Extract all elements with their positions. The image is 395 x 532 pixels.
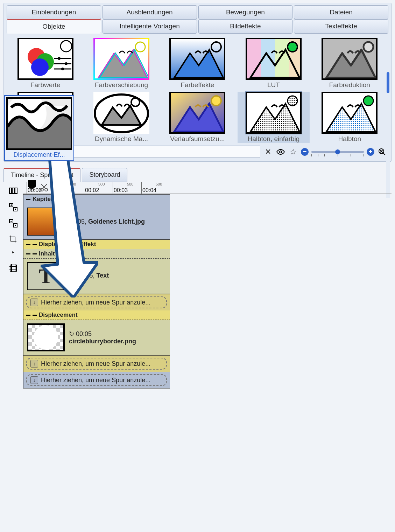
timeline-toolbar: ▸ (3, 182, 23, 388)
tool-markers-icon[interactable] (8, 186, 19, 197)
tab-bewegungen[interactable]: Bewegungen (198, 5, 293, 19)
preview-eye-icon[interactable] (276, 147, 285, 157)
tool-frame-icon[interactable] (8, 262, 19, 274)
effect-verlaufsumsetzung[interactable]: Verlaufsumsetzu... (162, 92, 233, 143)
zoom-slider[interactable] (311, 151, 364, 153)
tool-add-track-icon[interactable] (8, 202, 19, 213)
track-head-displacement[interactable]: Displacement-Effekt (23, 240, 170, 249)
clip-thumb-image (27, 208, 65, 236)
timeline-main: 00:00 50000:01 50000:02 50000:03 50000:0… (23, 182, 392, 388)
drop-zone-2[interactable]: ↓Hierher ziehen, um neue Spur anzule... (23, 355, 170, 372)
arrow-down-icon: ↓ (30, 360, 38, 368)
effect-farbverschiebung[interactable]: Farbverschiebung (85, 38, 157, 89)
svg-point-3 (61, 41, 72, 52)
tab-intelligente-vorlagen[interactable]: Intelligente Vorlagen (103, 19, 197, 34)
svg-point-39 (280, 151, 282, 153)
clip-thumb-text: T (27, 262, 65, 290)
svg-point-21 (288, 42, 297, 52)
effect-halbton[interactable]: Halbton (314, 92, 386, 143)
tracks-container: Kapitel 00:05, Goldenes Licht.jpg Displa… (23, 194, 170, 388)
effect-dynamische-maske[interactable]: Dynamische Ma... (85, 92, 157, 143)
svg-point-38 (364, 96, 373, 106)
drop-zone-1[interactable]: ↓Hierher ziehen, um neue Spur anzule... (23, 294, 170, 310)
timeline-ruler[interactable]: 00:00 50000:01 50000:02 50000:03 50000:0… (23, 182, 392, 194)
effect-farbreduktion[interactable]: Farbreduktion (314, 38, 386, 89)
tab-row-1: Einblendungen Ausblendungen Bewegungen D… (4, 3, 391, 19)
zoom-reset-icon[interactable] (377, 147, 387, 157)
tab-storyboard[interactable]: Storyboard (82, 168, 127, 182)
effect-lut[interactable]: LUT (238, 38, 309, 89)
svg-point-30 (211, 96, 221, 106)
tool-crop-more-icon[interactable]: ▸ (8, 246, 19, 258)
svg-point-9 (61, 68, 64, 70)
svg-line-41 (383, 153, 385, 155)
clip-thumb-circle (27, 323, 65, 351)
effect-farbeffekte[interactable]: Farbeffekte (162, 38, 233, 89)
arrow-down-icon: ↓ (30, 376, 38, 384)
svg-point-24 (364, 42, 373, 52)
zoom-out-button[interactable]: − (301, 148, 309, 156)
tab-dateien[interactable]: Dateien (294, 5, 388, 19)
zoom-in-button[interactable]: + (367, 148, 374, 156)
tab-timeline-spuransicht[interactable]: Timeline - Spuransicht (3, 168, 80, 182)
effects-scrollbar[interactable] (386, 72, 390, 198)
tool-remove-track-icon[interactable] (8, 218, 19, 229)
timeline-tabs: Timeline - Spuransicht Storyboard (3, 168, 392, 182)
track-chapter: Kapitel 00:05, Goldenes Licht.jpg (23, 194, 170, 239)
effect-halbton-einfarbig[interactable]: Halbton, einfarbig (238, 92, 309, 143)
track-displacement-effekt: Displacement-Effekt Inhalt T Tx 00:05, T… (23, 239, 170, 388)
svg-rect-57 (10, 265, 16, 271)
clear-icon[interactable]: ✕ (263, 147, 273, 157)
track-head-chapter[interactable]: Kapitel (23, 195, 170, 204)
arrow-down-icon: ↓ (30, 299, 38, 306)
svg-rect-18 (275, 39, 289, 78)
svg-point-12 (135, 42, 145, 52)
svg-point-25 (95, 94, 148, 132)
track-head-inhalt[interactable]: Inhalt (23, 249, 170, 259)
clip-goldenes-licht[interactable]: 00:05, Goldenes Licht.jpg (23, 204, 170, 239)
tool-crop-icon[interactable] (8, 234, 19, 245)
tab-texteffekte[interactable]: Texteffekte (294, 19, 388, 34)
svg-rect-45 (12, 188, 14, 194)
favorite-star-icon[interactable]: ☆ (288, 147, 298, 157)
tab-bildeffekte[interactable]: Bildeffekte (198, 19, 293, 34)
svg-rect-46 (15, 188, 17, 194)
svg-point-2 (31, 58, 49, 76)
drop-zone-3[interactable]: ↓Hierher ziehen, um neue Spur anzule... (23, 372, 170, 388)
tab-row-2: Objekte Intelligente Vorlagen Bildeffekt… (4, 19, 391, 34)
clip-text[interactable]: T Tx 00:05, Text (23, 259, 170, 294)
loop-icon: ↻ (69, 330, 74, 337)
clip-circleblurry[interactable]: ↻ 00:05circleblurryborder.png (23, 320, 170, 355)
tab-ausblendungen[interactable]: Ausblendungen (103, 5, 197, 19)
timeline-panel: Timeline - Spuransicht Storyboard ▸ 00:0… (3, 168, 392, 388)
tab-einblendungen[interactable]: Einblendungen (7, 5, 101, 19)
svg-point-34 (288, 96, 297, 106)
effect-farbwerte[interactable]: Farbwerte (9, 38, 81, 89)
track-head-displacement-2[interactable]: Displacement (23, 310, 170, 320)
svg-rect-44 (9, 188, 12, 194)
svg-point-7 (58, 57, 61, 60)
svg-point-8 (65, 62, 68, 65)
tab-objekte[interactable]: Objekte (7, 19, 101, 34)
drag-preview-displacement: Displacement-Ef... (4, 95, 74, 161)
